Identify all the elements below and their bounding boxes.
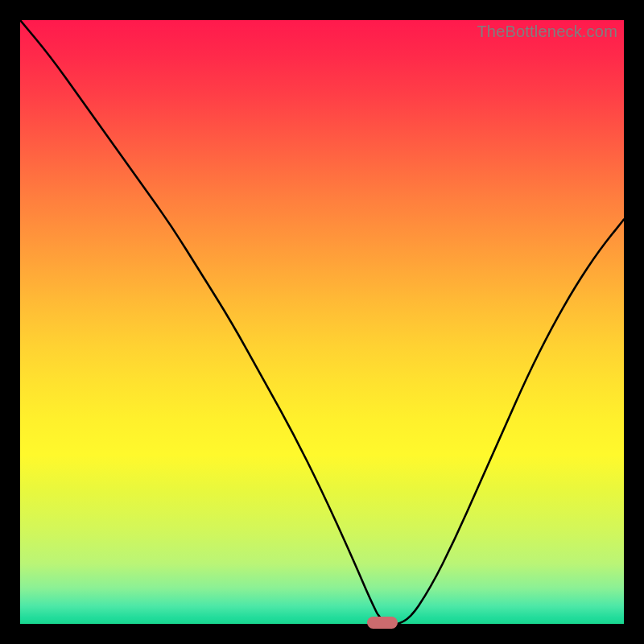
chart-frame: TheBottleneck.com	[0, 0, 644, 644]
bottleneck-curve	[20, 20, 624, 624]
watermark-text: TheBottleneck.com	[477, 23, 617, 41]
optimal-marker	[367, 617, 398, 629]
plot-area: TheBottleneck.com	[20, 20, 624, 624]
